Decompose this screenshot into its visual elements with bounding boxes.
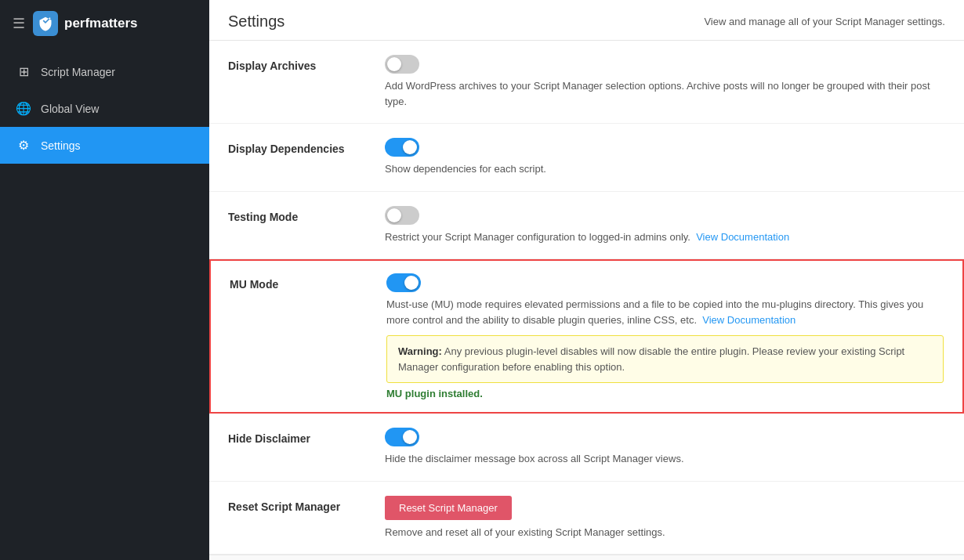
toggle-wrap: [385, 206, 945, 225]
setting-content: Add WordPress archives to your Script Ma…: [385, 55, 945, 109]
setting-label: Testing Mode: [228, 206, 385, 223]
sidebar-nav: ⊞ Script Manager 🌐 Global View ⚙ Setting…: [0, 53, 209, 164]
toggle-slider: [385, 428, 419, 446]
toggle-wrap: [385, 138, 945, 157]
setting-row-testing-mode: Testing Mode Restrict your Script Manage…: [209, 192, 964, 260]
display-archives-toggle[interactable]: [385, 55, 419, 74]
page-title: Settings: [228, 13, 284, 31]
view-documentation-link[interactable]: View Documentation: [696, 231, 789, 243]
sidebar-header: ☰ perfmatters: [0, 0, 209, 47]
setting-description: Must-use (MU) mode requires elevated per…: [386, 297, 944, 327]
settings-icon: ⚙: [16, 138, 31, 153]
toggle-wrap: [386, 273, 944, 292]
toggle-slider: [385, 138, 419, 157]
toggle-wrap: [385, 428, 945, 446]
setting-label: Display Dependencies: [228, 138, 385, 155]
setting-content: Show dependencies for each script.: [385, 138, 945, 177]
testing-mode-toggle[interactable]: [385, 206, 419, 225]
setting-description: Remove and reset all of your existing Sc…: [385, 525, 945, 540]
mu-view-documentation-link[interactable]: View Documentation: [702, 314, 795, 326]
setting-row-reset-script-manager: Reset Script Manager Reset Script Manage…: [209, 482, 964, 555]
sidebar-item-settings[interactable]: ⚙ Settings: [0, 127, 209, 164]
logo-text: perfmatters: [64, 16, 138, 31]
setting-row-hide-disclaimer: Hide Disclaimer Hide the disclaimer mess…: [209, 414, 964, 482]
setting-content: Reset Script Manager Remove and reset al…: [385, 496, 945, 540]
setting-content: Must-use (MU) mode requires elevated per…: [386, 273, 944, 399]
sidebar-item-label: Script Manager: [41, 66, 115, 78]
setting-description: Restrict your Script Manager configurati…: [385, 229, 945, 245]
global-view-icon: 🌐: [16, 101, 31, 116]
display-dependencies-toggle[interactable]: [385, 138, 419, 157]
hamburger-icon[interactable]: ☰: [13, 15, 25, 32]
setting-row-mu-mode: MU Mode Must-use (MU) mode requires elev…: [209, 259, 964, 414]
settings-panel: Settings View and manage all of your Scr…: [209, 0, 964, 560]
script-manager-icon: ⊞: [16, 64, 31, 79]
logo-area: perfmatters: [33, 11, 138, 36]
setting-description: Hide the disclaimer message box across a…: [385, 451, 945, 467]
mu-warning-box: Warning: Any previous plugin-level disab…: [386, 335, 944, 383]
setting-label: Reset Script Manager: [228, 496, 385, 513]
sidebar-item-global-view[interactable]: 🌐 Global View: [0, 90, 209, 127]
settings-footer: Save Changes © 2023 Perfmatters: [209, 555, 964, 560]
setting-row-display-archives: Display Archives Add WordPress archives …: [209, 41, 964, 124]
sidebar-item-label: Global View: [41, 103, 99, 115]
reset-button-wrap: Reset Script Manager: [385, 496, 945, 520]
mu-mode-toggle[interactable]: [386, 273, 421, 292]
warning-text: Any previous plugin-level disables will …: [398, 345, 904, 373]
logo-icon: [33, 11, 58, 36]
setting-description: Show dependencies for each script.: [385, 161, 945, 177]
main-content: Settings View and manage all of your Scr…: [209, 0, 964, 560]
settings-body: Display Archives Add WordPress archives …: [209, 41, 964, 555]
settings-subtitle: View and manage all of your Script Manag…: [704, 16, 945, 27]
settings-header: Settings View and manage all of your Scr…: [209, 0, 964, 41]
hide-disclaimer-toggle[interactable]: [385, 428, 419, 446]
setting-label: MU Mode: [230, 273, 386, 291]
toggle-slider: [385, 206, 419, 225]
toggle-wrap: [385, 55, 945, 74]
reset-script-manager-button[interactable]: Reset Script Manager: [385, 496, 512, 520]
mu-installed-text: MU plugin installed.: [386, 388, 944, 399]
setting-content: Restrict your Script Manager configurati…: [385, 206, 945, 245]
setting-row-display-dependencies: Display Dependencies Show dependencies f…: [209, 124, 964, 192]
setting-label: Display Archives: [228, 55, 385, 72]
setting-label: Hide Disclaimer: [228, 428, 385, 445]
toggle-slider: [385, 55, 419, 74]
sidebar-item-label: Settings: [41, 139, 81, 152]
toggle-slider: [386, 273, 421, 292]
setting-content: Hide the disclaimer message box across a…: [385, 428, 945, 467]
sidebar: ☰ perfmatters ⊞ Script Manager 🌐 Global …: [0, 0, 209, 560]
setting-description: Add WordPress archives to your Script Ma…: [385, 78, 945, 109]
sidebar-item-script-manager[interactable]: ⊞ Script Manager: [0, 53, 209, 90]
